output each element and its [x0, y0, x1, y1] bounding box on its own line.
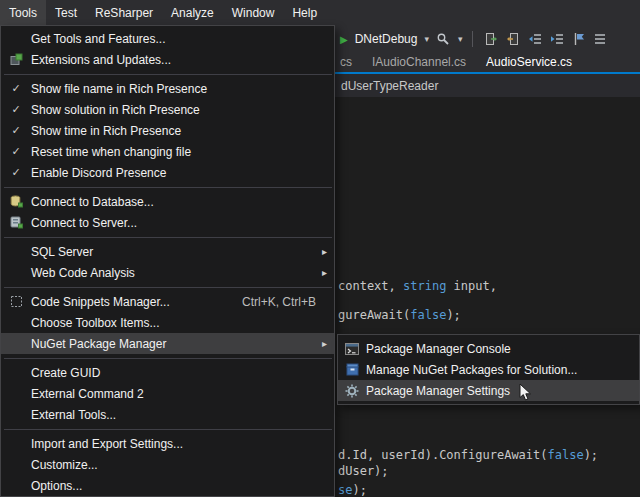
- submenu-arrow-icon: ▸: [322, 339, 327, 349]
- menu-item-show-solution-rich-presence[interactable]: ✓ Show solution in Rich Presence: [1, 99, 334, 120]
- menu-item-import-export-settings[interactable]: Import and Export Settings...: [1, 433, 334, 454]
- find-caret-icon[interactable]: ▾: [458, 34, 463, 44]
- comment-lines-icon[interactable]: [593, 32, 608, 47]
- menu-item-shortcut: Ctrl+K, Ctrl+B: [242, 295, 316, 309]
- code-line: d.Id, userId).ConfigureAwait(false);: [338, 448, 598, 462]
- database-connect-icon: [1, 195, 31, 208]
- menubar-item-tools[interactable]: Tools: [0, 0, 46, 25]
- menu-item-create-guid[interactable]: Create GUID: [1, 362, 334, 383]
- code-line: dUser);: [338, 464, 389, 478]
- menu-separator: [1, 183, 334, 191]
- console-icon: [338, 343, 366, 355]
- menu-separator: [1, 283, 334, 291]
- nuget-packages-icon: [338, 363, 366, 376]
- tab-iaudiochannel[interactable]: IAudioChannel.cs: [362, 53, 476, 72]
- check-icon: ✓: [1, 166, 31, 179]
- gear-icon: [338, 384, 366, 398]
- menu-item-connect-to-database[interactable]: Connect to Database...: [1, 191, 334, 212]
- submenu-item-package-manager-settings[interactable]: Package Manager Settings: [338, 380, 639, 401]
- menu-item-label: Connect to Database...: [31, 195, 154, 209]
- code-line: gureAwait(false);: [338, 308, 461, 322]
- menu-item-choose-toolbox-items[interactable]: Choose Toolbox Items...: [1, 312, 334, 333]
- menu-separator: [1, 233, 334, 241]
- main-menu-bar: Tools Test ReSharper Analyze Window Help: [0, 0, 640, 25]
- open-file-icon[interactable]: [505, 32, 520, 47]
- menu-item-extensions-and-updates[interactable]: Extensions and Updates...: [1, 49, 334, 70]
- menu-item-label: Choose Toolbox Items...: [31, 316, 160, 330]
- code-line: context, string input,: [338, 279, 497, 293]
- menubar-item-window[interactable]: Window: [223, 0, 284, 25]
- toggle-bookmark-icon[interactable]: [571, 32, 586, 47]
- menu-item-label: Reset time when changing file: [31, 145, 191, 159]
- menu-item-options[interactable]: Options...: [1, 475, 334, 496]
- menu-separator: [1, 425, 334, 433]
- menu-item-label: Connect to Server...: [31, 216, 137, 230]
- decrease-indent-icon[interactable]: [527, 32, 542, 47]
- menubar-item-analyze[interactable]: Analyze: [162, 0, 223, 25]
- submenu-item-package-manager-console[interactable]: Package Manager Console: [338, 338, 639, 359]
- menubar-item-help[interactable]: Help: [283, 0, 326, 25]
- increase-indent-icon[interactable]: [549, 32, 564, 47]
- menu-item-label: Show solution in Rich Presence: [31, 103, 200, 117]
- check-icon: ✓: [1, 124, 31, 137]
- menu-item-get-tools-and-features[interactable]: Get Tools and Features...: [1, 28, 334, 49]
- menu-item-connect-to-server[interactable]: Connect to Server...: [1, 212, 334, 233]
- menu-item-label: Web Code Analysis: [31, 266, 135, 280]
- mouse-cursor: [519, 383, 532, 406]
- tools-dropdown-menu: Get Tools and Features... Extensions and…: [0, 25, 335, 497]
- menu-item-external-tools[interactable]: External Tools...: [1, 404, 334, 425]
- menu-item-reset-time-changing-file[interactable]: ✓ Reset time when changing file: [1, 141, 334, 162]
- check-icon: ✓: [1, 82, 31, 95]
- menu-item-label: External Tools...: [31, 408, 116, 422]
- extensions-icon: [1, 53, 31, 66]
- menu-item-label: Options...: [31, 479, 82, 493]
- nuget-package-manager-submenu: Package Manager Console Manage NuGet Pac…: [337, 334, 640, 405]
- menu-item-enable-discord-presence[interactable]: ✓ Enable Discord Presence: [1, 162, 334, 183]
- member-dropdown[interactable]: dUserTypeReader: [341, 79, 438, 93]
- menu-item-label: External Command 2: [31, 387, 144, 401]
- menu-item-label: NuGet Package Manager: [31, 337, 166, 351]
- menu-item-show-time-rich-presence[interactable]: ✓ Show time in Rich Presence: [1, 120, 334, 141]
- menu-item-label: Create GUID: [31, 366, 100, 380]
- code-snippets-icon: [1, 295, 31, 308]
- menu-item-code-snippets-manager[interactable]: Code Snippets Manager... Ctrl+K, Ctrl+B: [1, 291, 334, 312]
- debug-target-label[interactable]: DNetDebug: [355, 32, 418, 46]
- save-file-icon[interactable]: [483, 32, 498, 47]
- menu-item-nuget-package-manager[interactable]: NuGet Package Manager ▸: [1, 333, 334, 354]
- submenu-arrow-icon: ▸: [322, 268, 327, 278]
- submenu-item-label: Manage NuGet Packages for Solution...: [366, 363, 577, 377]
- menu-item-label: Show time in Rich Presence: [31, 124, 181, 138]
- menu-item-label: Code Snippets Manager...: [31, 295, 170, 309]
- submenu-item-label: Package Manager Settings: [366, 384, 510, 398]
- start-debug-icon[interactable]: ▶: [340, 34, 348, 45]
- menubar-item-test[interactable]: Test: [46, 0, 86, 25]
- toolbar-separator: [472, 31, 473, 47]
- check-icon: ✓: [1, 145, 31, 158]
- check-icon: ✓: [1, 103, 31, 116]
- code-line: se);: [338, 483, 367, 497]
- find-icon[interactable]: [436, 32, 451, 47]
- tab-audioservice[interactable]: AudioService.cs: [476, 53, 582, 72]
- menu-item-label: Enable Discord Presence: [31, 166, 166, 180]
- menu-item-label: Extensions and Updates...: [31, 53, 171, 67]
- menu-item-label: Import and Export Settings...: [31, 437, 183, 451]
- submenu-item-label: Package Manager Console: [366, 342, 511, 356]
- menu-item-label: Get Tools and Features...: [31, 32, 166, 46]
- menu-item-web-code-analysis[interactable]: Web Code Analysis ▸: [1, 262, 334, 283]
- menu-item-label: SQL Server: [31, 245, 93, 259]
- menu-item-label: Customize...: [31, 458, 98, 472]
- submenu-item-manage-nuget-packages[interactable]: Manage NuGet Packages for Solution...: [338, 359, 639, 380]
- menu-item-show-file-name-rich-presence[interactable]: ✓ Show file name in Rich Presence: [1, 78, 334, 99]
- menu-item-label: Show file name in Rich Presence: [31, 82, 207, 96]
- menu-item-sql-server[interactable]: SQL Server ▸: [1, 241, 334, 262]
- menu-item-external-command-2[interactable]: External Command 2: [1, 383, 334, 404]
- menu-item-customize[interactable]: Customize...: [1, 454, 334, 475]
- submenu-arrow-icon: ▸: [322, 247, 327, 257]
- menu-separator: [1, 70, 334, 78]
- menu-separator: [1, 354, 334, 362]
- menubar-item-resharper[interactable]: ReSharper: [86, 0, 162, 25]
- server-connect-icon: [1, 216, 31, 229]
- debug-target-caret-icon[interactable]: ▾: [424, 34, 429, 44]
